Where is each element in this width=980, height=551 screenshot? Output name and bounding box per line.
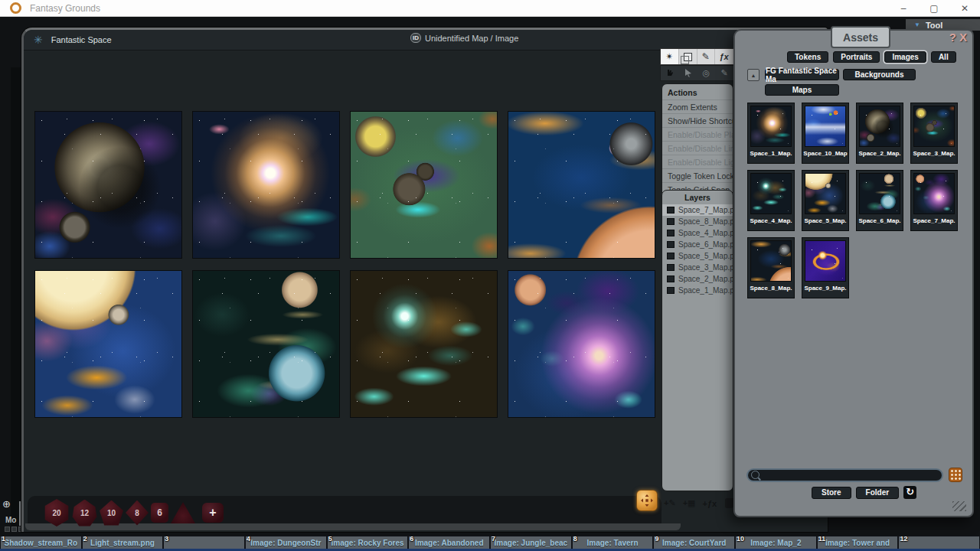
asset-tile[interactable]: Space_2_Map. — [856, 103, 903, 164]
fantasy-grounds-logo-icon — [10, 2, 21, 14]
d20-die[interactable]: 20 — [44, 499, 70, 527]
map-image-space-4[interactable] — [350, 270, 498, 418]
maximize-button[interactable]: ▢ — [919, 0, 949, 17]
action-toggle-token-lock[interactable]: Toggle Token Lock — [662, 168, 733, 182]
d6-die[interactable]: 6 — [151, 503, 168, 523]
hotkey-slot-8[interactable]: 8Image: Tavern — [573, 536, 653, 549]
map-window-header[interactable]: ✳ Fantastic Space ID Unidentified Map / … — [24, 30, 828, 51]
layer-item[interactable]: Space_4_Map.png — [662, 227, 733, 239]
layer-item[interactable]: Space_6_Map.png — [662, 239, 733, 250]
action-enable-disable-player[interactable]: Enable/Disable Playe — [662, 127, 733, 141]
hotkey-slot-4[interactable]: 4Image: DungeonStr — [246, 536, 326, 549]
help-button[interactable]: ? — [949, 31, 956, 44]
map-image-space-5[interactable] — [34, 270, 182, 418]
hotkey-slot-9[interactable]: 9Image: CourtYard — [654, 536, 734, 549]
action-enable-disable-line[interactable]: Enable/Disable Line- — [662, 141, 733, 155]
target-tool[interactable]: ◎ — [697, 68, 716, 78]
layer-item[interactable]: Space_2_Map.png — [662, 273, 733, 285]
layer-item[interactable]: Space_5_Map.png — [662, 250, 733, 262]
map-window: ✳ Fantastic Space ID Unidentified Map / … — [21, 28, 828, 532]
d12-die[interactable]: 12 — [72, 500, 97, 527]
map-pin-icon[interactable]: ✳ — [34, 34, 43, 46]
hand-tool[interactable] — [661, 69, 679, 78]
layer-item[interactable]: Space_3_Map.png — [662, 262, 733, 273]
map-image-space-1[interactable] — [192, 111, 340, 259]
layer-item[interactable]: Space_8_Map.png — [662, 216, 733, 227]
tab-layers[interactable] — [679, 49, 697, 64]
add-image-layer-icon[interactable]: +▦ — [683, 498, 696, 508]
asset-tile[interactable]: Space_3_Map. — [910, 103, 958, 164]
assets-title[interactable]: Assets — [831, 26, 890, 48]
hotkey-slot-12[interactable]: 12 — [899, 536, 979, 549]
action-zoom-extents[interactable]: Zoom Extents — [662, 99, 733, 113]
close-assets-button[interactable]: X — [959, 31, 967, 44]
slot-label: Image: Abandoned — [415, 539, 484, 547]
hotkey-slot-6[interactable]: 6Image: Abandoned — [409, 536, 489, 549]
map-image-space-3[interactable] — [350, 111, 498, 259]
hotkey-slot-2[interactable]: 2Light_stream.png — [83, 536, 163, 549]
close-button[interactable]: ✕ — [949, 0, 980, 17]
filter-portraits-button[interactable]: Portraits — [833, 51, 880, 63]
pan-mode-button[interactable] — [636, 490, 658, 511]
hotkey-slot-5[interactable]: 5Image: Rocky Fores — [328, 536, 408, 549]
action-enable-disable-light[interactable]: Enable/Disable Light — [662, 155, 733, 168]
store-button[interactable]: Store — [812, 487, 851, 499]
asset-tile[interactable]: Space_9_Map. — [802, 237, 849, 298]
map-image-space-8[interactable] — [508, 111, 655, 259]
filter-images-button[interactable]: Images — [884, 51, 926, 63]
os-titlebar: Fantasy Grounds – ▢ ✕ — [0, 0, 980, 17]
slot-number: 10 — [737, 536, 744, 543]
minimize-button[interactable]: – — [888, 0, 919, 17]
hotkey-slot-10[interactable]: 10Image: Map_2 — [736, 536, 816, 549]
refresh-button[interactable]: ↻ — [903, 486, 916, 499]
hotkey-slot-3[interactable]: 3 — [164, 536, 244, 549]
image-layer-icon — [667, 264, 675, 271]
tab-pointer-tools[interactable]: ✴ — [661, 49, 679, 64]
add-drawing-layer-icon[interactable]: +✎ — [664, 498, 676, 508]
hotkey-slot-11[interactable]: 11Image: Tower and — [818, 536, 898, 549]
collapse-up-button[interactable]: ▲ — [747, 69, 760, 81]
asset-tile[interactable]: Space_5_Map. — [802, 170, 849, 231]
tab-draw[interactable]: ✎ — [697, 49, 716, 64]
target-icon: ◎ — [703, 68, 710, 78]
image-layer-icon — [667, 287, 675, 294]
map-image-space-6[interactable] — [192, 270, 340, 418]
filter-tokens-button[interactable]: Tokens — [787, 51, 828, 63]
d10-die[interactable]: 10 — [100, 500, 123, 526]
layer-item[interactable]: Space_1_Map.png — [662, 285, 733, 296]
asset-tile[interactable]: Space_6_Map. — [856, 170, 903, 231]
resize-grip[interactable] — [952, 501, 966, 511]
asset-tile[interactable]: Space_10_Map — [802, 103, 849, 164]
asset-label: Space_10_Map — [803, 150, 847, 157]
layer-item[interactable]: Space_7_Map.png — [662, 204, 733, 216]
add-die-button[interactable]: + — [202, 503, 224, 523]
module-backgrounds-button[interactable]: Backgrounds — [843, 69, 916, 80]
d8-die[interactable]: 8 — [126, 500, 149, 526]
asset-tile[interactable]: Space_1_Map. — [747, 103, 795, 164]
grid-view-button[interactable] — [949, 468, 963, 482]
hotkey-slot-1[interactable]: 1Shadow_stream_Ro — [1, 536, 81, 549]
slot-number: 6 — [410, 536, 413, 543]
slot-number: 3 — [165, 536, 168, 543]
map-image-space-2[interactable] — [34, 111, 182, 259]
asset-tile[interactable]: Space_8_Map. — [747, 237, 795, 298]
slot-number: 1 — [2, 536, 5, 543]
map-image-space-7[interactable] — [508, 270, 655, 418]
draw-tool[interactable]: ✎ — [715, 68, 733, 78]
modifier-dial-icon[interactable]: ⊕ — [2, 498, 11, 510]
action-show-hide-shortcuts[interactable]: Show/Hide Shortcuts — [662, 113, 733, 127]
module-fg-fantastic-space-button[interactable]: FG Fantastic Space Ma — [765, 69, 839, 80]
asset-tile[interactable]: Space_7_Map. — [910, 170, 958, 231]
add-fx-layer-icon[interactable]: +ƒx — [702, 499, 717, 508]
search-input[interactable] — [760, 469, 942, 481]
d4-die[interactable] — [171, 502, 195, 523]
folder-button[interactable]: Folder — [856, 487, 900, 499]
module-maps-button[interactable]: Maps — [765, 84, 839, 96]
hotkey-slot-7[interactable]: 7Image: Jungle_beac — [491, 536, 571, 549]
search-box[interactable] — [746, 468, 943, 482]
asset-tile[interactable]: Space_4_Map. — [747, 170, 795, 231]
layer-label: Space_2_Map.png — [678, 275, 733, 283]
filter-all-button[interactable]: All — [931, 51, 956, 63]
tab-effects[interactable]: ƒx — [715, 49, 733, 64]
select-tool[interactable] — [679, 69, 697, 77]
